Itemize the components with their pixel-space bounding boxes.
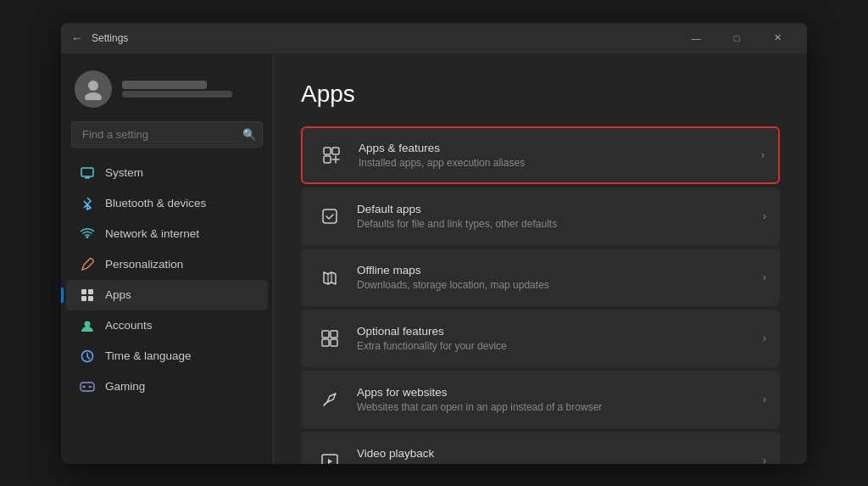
sidebar-item-time[interactable]: Time & language [66, 341, 268, 371]
sidebar-item-network[interactable]: Network & internet [66, 219, 268, 249]
sidebar-item-personalization[interactable]: Personalization [66, 249, 268, 280]
settings-item-default-apps[interactable]: Default apps Defaults for file and link … [301, 187, 780, 245]
maximize-button[interactable]: □ [717, 25, 756, 51]
svg-rect-2 [81, 168, 93, 176]
avatar [75, 70, 112, 108]
apps-features-text: Apps & features Installed apps, app exec… [359, 142, 753, 169]
settings-item-apps-websites[interactable]: Apps for websites Websites that can open… [301, 371, 780, 428]
search-box: 🔍 [71, 121, 263, 148]
apps-features-icon [316, 140, 347, 170]
apps-features-chevron: › [761, 148, 765, 161]
user-profile [61, 53, 273, 121]
apps-features-title: Apps & features [359, 142, 753, 154]
apps-websites-text: Apps for websites Websites that can open… [357, 386, 754, 413]
optional-features-icon [314, 323, 345, 354]
svg-rect-6 [81, 296, 86, 301]
sidebar-label-time: Time & language [105, 349, 192, 362]
sidebar-item-accounts[interactable]: Accounts [66, 310, 268, 341]
sidebar-label-apps: Apps [105, 288, 131, 301]
svg-point-0 [88, 81, 98, 91]
settings-list: Apps & features Installed apps, app exec… [301, 126, 780, 464]
svg-rect-12 [332, 148, 339, 154]
svg-rect-18 [331, 339, 337, 346]
minimize-button[interactable]: — [676, 25, 715, 51]
personalization-icon [80, 257, 95, 272]
accounts-icon [80, 318, 95, 333]
apps-websites-title: Apps for websites [357, 386, 754, 399]
content-area: 🔍 System Bluetooth & devices [61, 53, 807, 464]
gaming-icon [80, 379, 95, 394]
apps-icon [80, 288, 95, 303]
sidebar: 🔍 System Bluetooth & devices [61, 53, 273, 464]
sidebar-item-apps[interactable]: Apps [66, 280, 268, 310]
main-panel: Apps Apps & features Installed [274, 53, 807, 464]
svg-rect-5 [88, 289, 93, 294]
network-icon [80, 226, 95, 242]
title-bar-left: ← Settings [71, 31, 128, 45]
sidebar-label-bluetooth: Bluetooth & devices [105, 197, 206, 209]
default-apps-text: Default apps Defaults for file and link … [357, 203, 754, 230]
back-button[interactable]: ← [71, 31, 83, 45]
svg-rect-15 [322, 331, 329, 338]
search-input[interactable] [71, 121, 263, 148]
default-apps-chevron: › [763, 209, 766, 222]
settings-item-offline-maps[interactable]: Offline maps Downloads, storage location… [301, 249, 780, 306]
nav-list: System Bluetooth & devices Network & int… [61, 158, 273, 402]
video-playback-chevron: › [763, 454, 766, 464]
window-title: Settings [92, 32, 128, 44]
offline-maps-text: Offline maps Downloads, storage location… [357, 264, 754, 291]
optional-features-chevron: › [763, 332, 766, 344]
settings-window: ← Settings — □ ✕ [61, 23, 807, 464]
sidebar-item-gaming[interactable]: Gaming [66, 371, 268, 402]
sidebar-label-network: Network & internet [105, 227, 199, 240]
apps-features-desc: Installed apps, app execution aliases [359, 157, 753, 169]
svg-rect-13 [324, 156, 331, 163]
user-name-blur [122, 81, 207, 89]
svg-rect-11 [324, 148, 331, 154]
svg-rect-16 [331, 331, 337, 338]
default-apps-icon [314, 201, 345, 232]
svg-rect-3 [85, 177, 90, 179]
apps-websites-desc: Websites that can open in an app instead… [357, 401, 754, 413]
video-playback-text: Video playback Video adjustments, HDR st… [357, 447, 754, 464]
apps-websites-icon [314, 384, 345, 415]
user-email-blur [122, 91, 232, 98]
video-playback-title: Video playback [357, 447, 754, 460]
sidebar-label-accounts: Accounts [105, 319, 153, 332]
video-playback-icon [314, 445, 345, 464]
system-icon [80, 165, 95, 181]
svg-point-1 [85, 92, 102, 100]
window-controls: — □ ✕ [676, 25, 797, 51]
default-apps-title: Default apps [357, 203, 754, 215]
optional-features-text: Optional features Extra functionality fo… [357, 325, 754, 352]
settings-item-video-playback[interactable]: Video playback Video adjustments, HDR st… [301, 432, 780, 464]
svg-rect-17 [322, 339, 329, 346]
offline-maps-desc: Downloads, storage location, map updates [357, 279, 754, 291]
video-playback-desc: Video adjustments, HDR streaming, batter… [357, 462, 754, 464]
settings-item-apps-features[interactable]: Apps & features Installed apps, app exec… [301, 126, 780, 184]
svg-rect-14 [323, 209, 337, 223]
sidebar-label-gaming: Gaming [105, 380, 145, 393]
sidebar-label-system: System [105, 166, 143, 179]
time-icon [80, 349, 95, 364]
settings-item-optional-features[interactable]: Optional features Extra functionality fo… [301, 310, 780, 367]
close-button[interactable]: ✕ [758, 25, 797, 51]
svg-rect-4 [81, 289, 86, 294]
title-bar: ← Settings — □ ✕ [61, 23, 807, 53]
svg-point-8 [85, 321, 91, 327]
sidebar-item-bluetooth[interactable]: Bluetooth & devices [66, 188, 268, 219]
optional-features-desc: Extra functionality for your device [357, 340, 754, 352]
offline-maps-icon [314, 262, 345, 293]
search-icon: 🔍 [242, 128, 256, 141]
sidebar-label-personalization: Personalization [105, 258, 183, 271]
svg-rect-7 [88, 296, 93, 301]
optional-features-title: Optional features [357, 325, 754, 338]
apps-websites-chevron: › [763, 393, 766, 405]
sidebar-item-system[interactable]: System [66, 158, 268, 188]
bluetooth-icon [80, 196, 95, 211]
offline-maps-title: Offline maps [357, 264, 754, 277]
default-apps-desc: Defaults for file and link types, other … [357, 218, 754, 230]
offline-maps-chevron: › [763, 271, 766, 283]
page-title: Apps [301, 81, 780, 108]
user-info [122, 81, 232, 98]
